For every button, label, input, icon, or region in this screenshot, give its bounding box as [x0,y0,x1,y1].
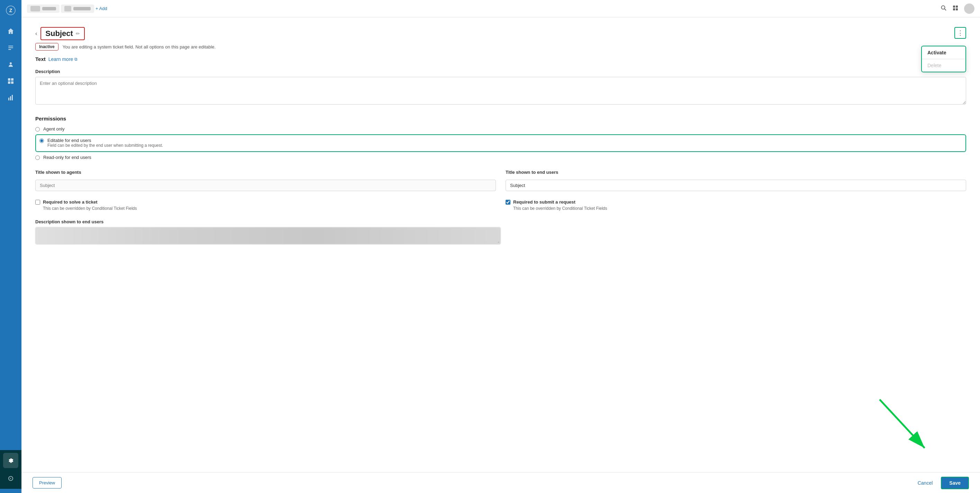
readonly-end-users-radio[interactable] [35,155,40,160]
user-avatar[interactable] [964,3,974,14]
main-wrapper: + Add [21,0,980,493]
learn-more-link[interactable]: Learn more ⧉ [48,56,78,62]
tab-list: + Add [27,5,936,13]
logo: Z [5,4,17,17]
svg-rect-6 [8,78,10,81]
tab-2[interactable] [61,5,94,13]
save-button[interactable]: Save [941,477,969,489]
readonly-end-users-option[interactable]: Read-only for end users [35,155,966,160]
description-input[interactable] [35,77,966,105]
add-tab-label: + Add [95,6,107,11]
settings-nav-icon[interactable] [3,453,18,468]
required-solve-checkbox[interactable] [35,200,40,204]
required-solve-label: Required to solve a ticket [43,199,98,204]
tab-1[interactable] [27,5,59,13]
dropdown-menu: Activate Delete [921,46,966,72]
title-end-users-input[interactable] [506,180,966,191]
description-section: Description [35,69,966,106]
svg-rect-8 [8,81,10,84]
cancel-button[interactable]: Cancel [915,477,936,488]
description-label: Description [35,69,966,74]
learn-more-text: Learn more [48,56,73,62]
svg-rect-9 [11,81,13,84]
svg-rect-17 [953,8,955,10]
svg-rect-7 [11,78,13,81]
edit-title-icon[interactable]: ✏ [76,31,80,36]
required-solve-group: Required to solve a ticket This can be o… [35,199,496,211]
required-submit-label: Required to submit a request [513,199,576,204]
page-header: ‹ Subject ✏ ⋮ Activate Delete [35,27,966,40]
back-button[interactable]: ‹ [35,30,37,37]
svg-rect-15 [953,6,955,8]
editable-end-users-label: Editable for end users [48,138,163,143]
editable-end-users-radio[interactable] [40,139,44,143]
required-solve-desc: This can be overridden by Conditional Ti… [35,206,496,211]
field-type-label: Text [35,56,46,62]
permissions-section: Permissions Agent only Editable for end … [35,116,966,160]
svg-rect-16 [956,6,958,8]
page-title-group: ‹ Subject ✏ [35,27,85,40]
required-submit-group: Required to submit a request This can be… [506,199,966,211]
title-agents-input[interactable] [35,180,496,191]
svg-line-14 [945,9,947,10]
content-area: ‹ Subject ✏ ⋮ Activate Delete Inactive [21,17,980,472]
svg-rect-4 [8,49,11,50]
agent-only-radio[interactable] [35,127,40,132]
search-icon[interactable] [940,5,947,13]
title-agents-label: Title shown to agents [35,170,496,175]
analytics-nav-icon[interactable] [3,90,18,105]
agent-only-label: Agent only [43,126,64,132]
svg-rect-18 [956,8,958,10]
required-submit-checkbox[interactable] [506,200,511,204]
activate-menu-item[interactable]: Activate [922,46,966,59]
system-field-note: You are editing a system ticket field. N… [63,44,216,49]
bottom-bar: Preview Cancel Save [21,472,980,493]
required-submit-item[interactable]: Required to submit a request [506,199,966,204]
permissions-radio-group: Agent only Editable for end users Field … [35,126,966,160]
field-type-row: Text Learn more ⧉ [35,56,966,62]
title-end-users-group: Title shown to end users [506,170,966,191]
permissions-title: Permissions [35,116,966,121]
agent-only-option[interactable]: Agent only [35,126,966,132]
more-options-button[interactable]: ⋮ [955,27,966,39]
editable-end-users-option[interactable]: Editable for end users Field can be edit… [35,134,966,152]
svg-rect-12 [12,95,13,101]
editable-end-users-desc: Field can be edited by the end user when… [48,143,163,148]
titles-section: Title shown to agents Title shown to end… [35,170,966,191]
svg-text:Z: Z [10,8,13,13]
required-solve-item[interactable]: Required to solve a ticket [35,199,496,204]
title-end-users-label: Title shown to end users [506,170,966,175]
add-tab-button[interactable]: + Add [95,6,107,11]
top-bar: + Add [21,0,980,17]
required-section: Required to solve a ticket This can be o… [35,199,966,211]
preview-button[interactable]: Preview [33,477,62,488]
desc-end-users-section: Description shown to end users ⌟ [35,219,966,244]
status-row: Inactive You are editing a system ticket… [35,43,966,51]
zendesk-logo-icon [3,471,18,486]
desc-end-users-label: Description shown to end users [35,219,966,224]
inactive-badge: Inactive [35,43,59,51]
readonly-end-users-label: Read-only for end users [43,155,91,160]
external-link-icon: ⧉ [75,57,78,62]
more-options-container: ⋮ Activate Delete [955,27,966,39]
svg-rect-3 [8,48,13,48]
svg-rect-11 [10,96,11,101]
topbar-actions [940,3,974,14]
tickets-nav-icon[interactable] [3,40,18,56]
three-dot-icon: ⋮ [957,29,963,37]
bottom-actions: Cancel Save [915,477,969,489]
contacts-nav-icon[interactable] [3,57,18,72]
page-title-container: Subject ✏ [40,27,84,40]
sidebar: Z [0,0,21,493]
delete-menu-item: Delete [922,59,966,72]
home-nav-icon[interactable] [3,24,18,39]
svg-rect-2 [8,46,13,46]
apps-icon[interactable] [952,5,959,13]
reports-nav-icon[interactable] [3,73,18,89]
required-submit-desc: This can be overridden by Conditional Ti… [506,206,966,211]
desc-end-users-blurred: ⌟ [35,227,501,244]
page-title: Subject [45,29,73,38]
svg-point-13 [942,6,945,9]
title-agents-group: Title shown to agents [35,170,496,191]
svg-point-5 [10,62,12,64]
